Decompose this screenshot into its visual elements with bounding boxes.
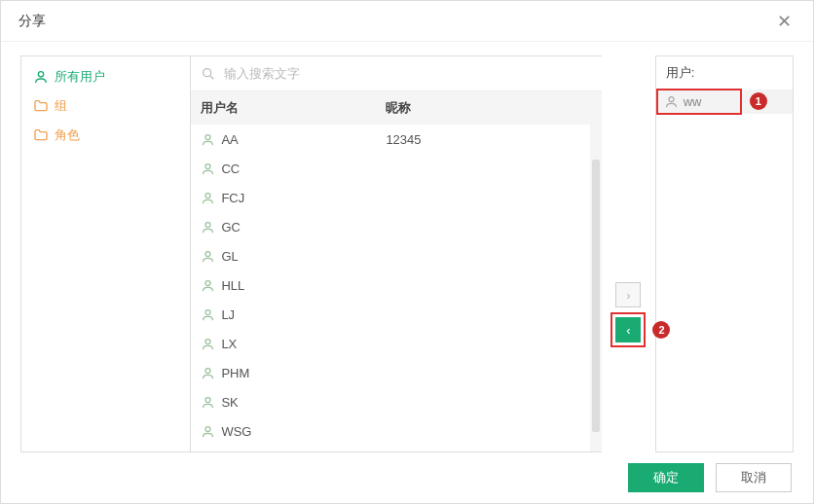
svg-point-9 bbox=[205, 309, 210, 314]
user-icon bbox=[201, 278, 215, 293]
close-icon[interactable]: ✕ bbox=[773, 7, 796, 36]
table-row[interactable]: WSG bbox=[191, 416, 602, 446]
username-cell: LJ bbox=[221, 307, 235, 322]
folder-icon bbox=[33, 127, 49, 143]
selected-header: 用户: bbox=[656, 56, 793, 90]
titlebar: 分享 ✕ bbox=[1, 1, 813, 42]
nickname-cell: 12345 bbox=[376, 132, 602, 147]
svg-point-4 bbox=[205, 163, 210, 168]
table-row[interactable]: CC bbox=[191, 154, 602, 183]
svg-point-10 bbox=[205, 339, 210, 343]
table-row[interactable]: HLL bbox=[191, 270, 602, 300]
svg-point-7 bbox=[205, 251, 210, 256]
username-cell: CC bbox=[221, 162, 240, 176]
svg-point-1 bbox=[204, 68, 211, 76]
selected-panel: 用户: ww 1 bbox=[655, 55, 794, 452]
user-icon bbox=[201, 337, 215, 351]
nav-label: 组 bbox=[55, 97, 67, 115]
col-nickname: 昵称 bbox=[376, 91, 602, 125]
search-input[interactable] bbox=[224, 66, 592, 81]
svg-point-12 bbox=[205, 397, 210, 402]
username-cell: GL bbox=[221, 249, 238, 264]
svg-point-11 bbox=[205, 368, 210, 373]
chevron-left-icon: ‹ bbox=[626, 323, 630, 338]
folder-icon bbox=[33, 98, 49, 114]
selected-list: ww 1 bbox=[656, 90, 793, 451]
username-cell: SK bbox=[221, 395, 238, 410]
svg-point-3 bbox=[205, 134, 210, 139]
footer: 确定 取消 bbox=[1, 452, 813, 503]
table-row[interactable]: PHM bbox=[191, 358, 602, 387]
svg-point-5 bbox=[205, 193, 210, 198]
selected-item[interactable]: ww bbox=[656, 90, 793, 114]
user-icon bbox=[33, 69, 49, 85]
table-row[interactable]: GC bbox=[191, 212, 602, 241]
category-panel: 所有用户 组 角色 bbox=[20, 55, 191, 452]
table-row[interactable]: FCJ bbox=[191, 183, 602, 212]
user-icon bbox=[201, 132, 215, 147]
user-icon bbox=[664, 94, 679, 109]
username-cell: FCJ bbox=[221, 191, 244, 205]
chevron-right-icon: › bbox=[626, 288, 630, 303]
table-row[interactable]: LJ bbox=[191, 300, 602, 329]
ok-button[interactable]: 确定 bbox=[628, 463, 704, 492]
add-button[interactable]: › bbox=[615, 282, 641, 307]
user-icon bbox=[201, 249, 215, 264]
svg-point-14 bbox=[669, 97, 674, 102]
username-cell: GC bbox=[221, 220, 240, 234]
search-row bbox=[191, 56, 602, 91]
table-row[interactable]: GL bbox=[191, 241, 602, 270]
table-row[interactable]: AA12345 bbox=[191, 125, 602, 154]
search-icon bbox=[201, 66, 216, 82]
user-icon bbox=[201, 307, 215, 322]
scrollbar-thumb[interactable] bbox=[592, 160, 600, 432]
user-icon bbox=[201, 191, 215, 205]
table-header: 用户名 昵称 bbox=[191, 91, 602, 125]
username-cell: HLL bbox=[221, 278, 244, 293]
dialog-title: 分享 bbox=[18, 13, 46, 30]
dialog-body: 所有用户 组 角色 用户名 bbox=[1, 42, 813, 452]
user-icon bbox=[201, 220, 215, 234]
username-cell: AA bbox=[221, 132, 238, 147]
transfer-buttons: › ‹ 2 bbox=[602, 55, 655, 452]
username-cell: WSG bbox=[221, 424, 251, 439]
nav-label: 角色 bbox=[55, 126, 80, 144]
user-icon bbox=[201, 424, 215, 439]
svg-point-13 bbox=[205, 426, 210, 431]
remove-button[interactable]: ‹ bbox=[615, 317, 641, 342]
user-icon bbox=[201, 162, 215, 176]
user-list-panel: 用户名 昵称 AA12345CCFCJGCGLHLLLJLXPHMSKWSG bbox=[191, 55, 602, 452]
username-cell: LX bbox=[221, 337, 237, 351]
nav-all-users[interactable]: 所有用户 bbox=[21, 62, 190, 91]
user-icon bbox=[201, 395, 215, 410]
selected-label: ww bbox=[684, 94, 702, 109]
username-cell: PHM bbox=[221, 366, 249, 380]
table-row[interactable]: LX bbox=[191, 329, 602, 358]
cancel-button[interactable]: 取消 bbox=[716, 463, 792, 492]
svg-line-2 bbox=[210, 76, 213, 79]
svg-point-6 bbox=[205, 222, 210, 227]
table-body: AA12345CCFCJGCGLHLLLJLXPHMSKWSG bbox=[191, 125, 602, 451]
nav-label: 所有用户 bbox=[55, 68, 105, 86]
scrollbar[interactable] bbox=[590, 93, 602, 451]
nav-groups[interactable]: 组 bbox=[21, 91, 190, 121]
table-row[interactable]: SK bbox=[191, 387, 602, 416]
user-icon bbox=[201, 366, 215, 380]
svg-point-0 bbox=[38, 72, 43, 77]
nav-roles[interactable]: 角色 bbox=[21, 121, 190, 150]
share-dialog: 分享 ✕ 所有用户 组 角色 bbox=[0, 0, 814, 504]
svg-point-8 bbox=[205, 280, 210, 285]
col-username: 用户名 bbox=[191, 91, 376, 125]
